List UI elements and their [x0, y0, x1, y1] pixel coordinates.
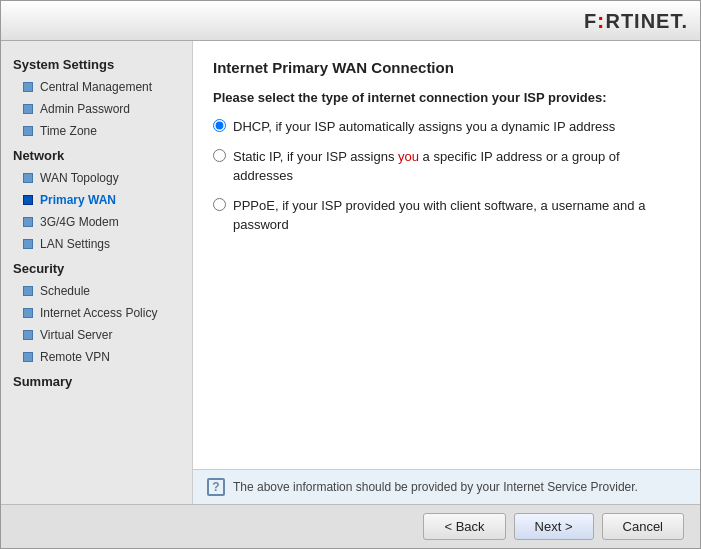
square-icon [21, 328, 35, 342]
info-icon: ? [207, 478, 225, 496]
sidebar-item-label: Internet Access Policy [40, 306, 157, 320]
fortinet-logo: F:RTINET. [584, 8, 688, 34]
content-panel: Internet Primary WAN Connection Please s… [193, 41, 700, 504]
sidebar-item-internet-access-policy[interactable]: Internet Access Policy [1, 302, 192, 324]
square-icon [21, 171, 35, 185]
square-icon [21, 215, 35, 229]
sidebar-section-network: Network [1, 142, 192, 167]
page-title: Internet Primary WAN Connection [213, 59, 680, 76]
sidebar-item-primary-wan[interactable]: Primary WAN [1, 189, 192, 211]
sidebar-item-3g4g-modem[interactable]: 3G/4G Modem [1, 211, 192, 233]
sidebar-section-system-settings: System Settings [1, 51, 192, 76]
info-text: The above information should be provided… [233, 480, 638, 494]
question-label: Please select the type of internet conne… [213, 90, 680, 105]
sidebar-item-label: Admin Password [40, 102, 130, 116]
static-option: Static IP, if your ISP assigns you a spe… [213, 147, 680, 186]
highlight-you: you [398, 149, 419, 164]
cancel-button[interactable]: Cancel [602, 513, 684, 540]
main-area: System Settings Central Management Admin… [1, 41, 700, 504]
back-button[interactable]: < Back [423, 513, 505, 540]
sidebar-item-label: Central Management [40, 80, 152, 94]
sidebar-item-label: Schedule [40, 284, 90, 298]
pppoe-label[interactable]: PPPoE, if your ISP provided you with cli… [233, 196, 680, 235]
header: F:RTINET. [1, 1, 700, 41]
sidebar-item-label: Time Zone [40, 124, 97, 138]
sidebar-item-schedule[interactable]: Schedule [1, 280, 192, 302]
sidebar-item-label: Remote VPN [40, 350, 110, 364]
next-button[interactable]: Next > [514, 513, 594, 540]
dhcp-label[interactable]: DHCP, if your ISP automatically assigns … [233, 117, 615, 137]
square-icon [21, 80, 35, 94]
sidebar: System Settings Central Management Admin… [1, 41, 193, 504]
sidebar-item-wan-topology[interactable]: WAN Topology [1, 167, 192, 189]
sidebar-item-remote-vpn[interactable]: Remote VPN [1, 346, 192, 368]
square-icon [21, 284, 35, 298]
sidebar-section-summary: Summary [1, 368, 192, 393]
sidebar-item-virtual-server[interactable]: Virtual Server [1, 324, 192, 346]
pppoe-option: PPPoE, if your ISP provided you with cli… [213, 196, 680, 235]
main-window: F:RTINET. System Settings Central Manage… [0, 0, 701, 549]
dhcp-option: DHCP, if your ISP automatically assigns … [213, 117, 680, 137]
sidebar-item-label: LAN Settings [40, 237, 110, 251]
sidebar-item-label: Primary WAN [40, 193, 116, 207]
sidebar-item-label: 3G/4G Modem [40, 215, 119, 229]
sidebar-item-lan-settings[interactable]: LAN Settings [1, 233, 192, 255]
footer: < Back Next > Cancel [1, 504, 700, 548]
content-body: Internet Primary WAN Connection Please s… [193, 41, 700, 469]
square-icon [21, 306, 35, 320]
sidebar-item-label: WAN Topology [40, 171, 119, 185]
square-active-icon [21, 193, 35, 207]
sidebar-section-security: Security [1, 255, 192, 280]
square-icon [21, 350, 35, 364]
static-radio[interactable] [213, 149, 226, 162]
sidebar-item-admin-password[interactable]: Admin Password [1, 98, 192, 120]
pppoe-radio[interactable] [213, 198, 226, 211]
info-bar: ? The above information should be provid… [193, 469, 700, 504]
sidebar-item-label: Virtual Server [40, 328, 112, 342]
static-label[interactable]: Static IP, if your ISP assigns you a spe… [233, 147, 680, 186]
square-icon [21, 124, 35, 138]
sidebar-item-time-zone[interactable]: Time Zone [1, 120, 192, 142]
sidebar-item-central-management[interactable]: Central Management [1, 76, 192, 98]
square-icon [21, 102, 35, 116]
square-icon [21, 237, 35, 251]
dhcp-radio[interactable] [213, 119, 226, 132]
